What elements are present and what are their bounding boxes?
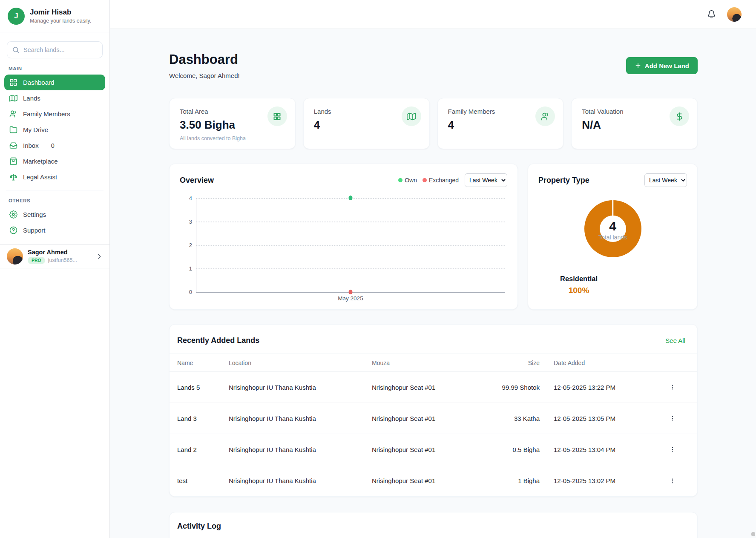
exchanged-data-point [349, 290, 353, 294]
property-type-card: Property Type Last Week 4 Total lands Re… [528, 164, 698, 310]
activity-log-card: Activity Log [169, 512, 698, 538]
stat-card-total-valuation: Total Valuation N/A [571, 98, 698, 149]
sidebar-nav: MAIN Dashboard Lands Family Members My D… [0, 66, 109, 238]
sidebar-item-label: Lands [23, 95, 40, 102]
overview-chart-card: Overview Own Exchanged Last Week [169, 164, 518, 310]
kebab-icon [669, 415, 676, 422]
donut-total-value: 4 [609, 220, 616, 233]
sidebar-item-my-drive[interactable]: My Drive [4, 122, 105, 138]
sidebar-item-label: Legal Assist [23, 173, 57, 181]
property-type-title: Property Type [538, 176, 589, 185]
stat-note: All lands converted to Bigha [180, 135, 285, 141]
sidebar-item-label: Settings [23, 211, 46, 218]
property-donut-chart: 4 Total lands [584, 200, 641, 257]
stat-cards: Total Area 3.50 Bigha All lands converte… [169, 98, 698, 149]
sidebar-item-marketplace[interactable]: Marketplace [4, 153, 105, 169]
add-new-land-button[interactable]: Add New Land [626, 57, 698, 74]
own-data-point [349, 196, 353, 200]
sidebar-item-support[interactable]: Support [4, 222, 105, 238]
see-all-link[interactable]: See All [665, 337, 685, 344]
inbox-icon [9, 141, 17, 150]
col-name: Name [177, 360, 229, 366]
notifications-button[interactable] [707, 10, 716, 19]
land-location: Nrisinghopur IU Thana Kushtia [229, 415, 372, 422]
help-circle-icon [9, 226, 17, 234]
col-location: Location [229, 360, 372, 366]
sidebar-item-label: Inbox [23, 142, 39, 149]
y-tick: 3 [182, 219, 192, 225]
topbar-avatar[interactable] [727, 7, 742, 22]
row-menu-button[interactable] [667, 381, 678, 393]
bell-icon [707, 10, 716, 19]
sidebar-user-card[interactable]: Sagor Ahmed PRO justfun565... [0, 244, 109, 268]
property-range-select[interactable]: Last Week [644, 173, 687, 187]
gear-icon [9, 210, 17, 219]
search-input[interactable] [7, 41, 103, 58]
scrollbar-thumb[interactable] [751, 532, 755, 536]
row-menu-button[interactable] [667, 475, 678, 487]
y-tick: 1 [182, 265, 192, 272]
donut-total-label: Total lands [598, 234, 627, 241]
search-icon [12, 46, 20, 54]
land-date-added: 12-05-2025 13:05 PM [540, 415, 655, 422]
col-date-added: Date Added [540, 360, 655, 366]
own-legend-label: Own [405, 177, 417, 184]
overview-range-select[interactable]: Last Week [465, 173, 507, 187]
sidebar-item-family-members[interactable]: Family Members [4, 106, 105, 122]
sidebar-item-lands[interactable]: Lands [4, 90, 105, 106]
sidebar-item-dashboard[interactable]: Dashboard [4, 75, 105, 90]
overview-legend: Own Exchanged [398, 177, 459, 184]
sidebar-item-settings[interactable]: Settings [4, 207, 105, 222]
scales-icon [9, 173, 17, 181]
user-handle: justfun565... [48, 257, 77, 263]
land-size: 0.5 Bigha [500, 446, 540, 453]
stat-card-family-members: Family Members 4 [437, 98, 564, 149]
main-content: Dashboard Welcome, Sagor Ahmed! Add New … [110, 29, 756, 538]
grid-icon [9, 78, 17, 86]
table-row: Land 2 Nrisinghopur IU Thana Kushtia Nri… [170, 434, 697, 465]
sidebar: J Jomir Hisab Manage your lands easily. … [0, 0, 110, 538]
stat-card-total-area: Total Area 3.50 Bigha All lands converte… [169, 98, 296, 149]
table-title: Recently Added Lands [177, 336, 259, 345]
grid-icon [267, 106, 287, 126]
property-category: Residential [547, 275, 611, 283]
sidebar-item-inbox[interactable]: Inbox 0 [4, 138, 105, 153]
col-mouza: Mouza [372, 360, 500, 366]
avatar [7, 248, 23, 265]
exchanged-legend-dot [423, 178, 427, 182]
land-name: Land 2 [177, 446, 229, 453]
sidebar-item-label: Dashboard [23, 79, 54, 86]
app-name: Jomir Hisab [30, 8, 91, 17]
land-name: Land 3 [177, 415, 229, 422]
property-percent: 100% [547, 286, 611, 295]
table-row: test Nrisinghopur IU Thana Kushtia Nrisi… [170, 465, 697, 496]
shopping-bag-icon [9, 157, 17, 165]
land-location: Nrisinghopur IU Thana Kushtia [229, 446, 372, 453]
col-size: Size [500, 360, 540, 366]
table-row: Land 3 Nrisinghopur IU Thana Kushtia Nri… [170, 403, 697, 434]
app-logo: J [8, 8, 25, 25]
pro-badge: PRO [28, 257, 45, 264]
app-brand: J Jomir Hisab Manage your lands easily. [0, 0, 109, 32]
exchanged-legend-label: Exchanged [429, 177, 459, 184]
land-mouza: Nrisinghopur Seat #01 [372, 384, 500, 391]
land-mouza: Nrisinghopur Seat #01 [372, 477, 500, 484]
inbox-count: 0 [51, 142, 55, 149]
x-axis-label: May 2025 [338, 295, 363, 302]
land-date-added: 12-05-2025 13:02 PM [540, 477, 655, 484]
sidebar-item-legal-assist[interactable]: Legal Assist [4, 169, 105, 185]
page-title: Dashboard [169, 52, 240, 67]
land-date-added: 12-05-2025 13:04 PM [540, 446, 655, 453]
folder-icon [9, 126, 17, 134]
row-menu-button[interactable] [667, 412, 678, 424]
dollar-icon [670, 106, 689, 126]
app-tagline: Manage your lands easily. [30, 18, 91, 24]
row-menu-button[interactable] [667, 443, 678, 455]
overview-plot: 4 3 2 1 0 May 2025 [196, 198, 505, 293]
table-header-row: Name Location Mouza Size Date Added [170, 354, 697, 372]
land-location: Nrisinghopur IU Thana Kushtia [229, 384, 372, 391]
nav-section-others: OTHERS [9, 198, 101, 203]
recently-added-lands-card: Recently Added Lands See All Name Locati… [169, 324, 698, 497]
own-legend-dot [398, 178, 402, 182]
stat-card-lands: Lands 4 [303, 98, 430, 149]
